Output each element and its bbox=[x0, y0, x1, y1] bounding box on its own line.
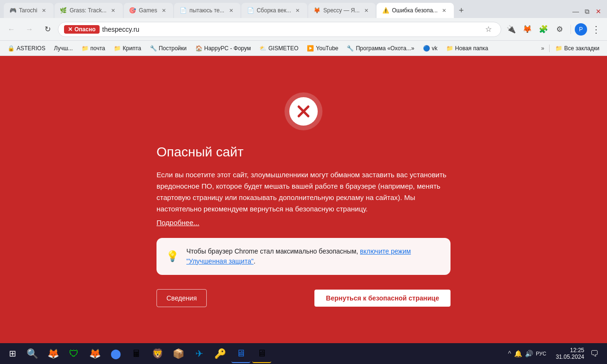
tab-close-tarochi[interactable]: ✕ bbox=[40, 7, 48, 14]
taskbar-fp[interactable]: 🔑 bbox=[211, 344, 230, 363]
clock-date: 31.05.2024 bbox=[556, 354, 584, 360]
taskbar: ⊞ 🔍 🦊 🛡 🦊 ⬤ 🖩 🦁 📦 ✈ 🔑 🖥 🖥 ^ 🔔 🔊 РУС 12:2… bbox=[0, 343, 607, 364]
bookmark-vk[interactable]: 🔵 vk bbox=[419, 43, 441, 54]
taskbar-calculator[interactable]: 🖩 bbox=[127, 344, 146, 363]
bookmark-label-kripta: Крипта bbox=[123, 45, 141, 52]
taskbar-edge[interactable]: 🦊 bbox=[44, 344, 63, 363]
bookmark-label-pochta: почта bbox=[91, 45, 105, 52]
tab-close-speccy[interactable]: ✕ bbox=[362, 7, 370, 14]
bookmark-asterios[interactable]: 🔒 ASTERIOS bbox=[4, 43, 49, 54]
bookmark-label-youtube: YouTube bbox=[316, 45, 338, 52]
extensions-mgr-btn[interactable]: ⚙ bbox=[552, 22, 567, 36]
youtube-icon: ▶️ bbox=[307, 45, 314, 52]
tab-favicon-tarochi: 🎮 bbox=[9, 7, 16, 14]
tab-close-error[interactable]: ✕ bbox=[441, 7, 448, 14]
clock-area[interactable]: 12:25 31.05.2024 bbox=[556, 347, 584, 360]
tip-text-after: . bbox=[254, 257, 256, 265]
bookmark-new-folder[interactable]: 📁 Новая папка bbox=[442, 43, 492, 54]
x-icon bbox=[295, 103, 312, 120]
tray-notification[interactable]: 🔔 bbox=[514, 350, 522, 357]
tab-games[interactable]: 🎯 Games ✕ bbox=[124, 3, 174, 18]
notification-button[interactable]: 🗨 bbox=[586, 345, 603, 362]
details-button[interactable]: Сведения bbox=[156, 289, 207, 307]
taskbar-search[interactable]: 🔍 bbox=[23, 344, 42, 363]
tray-volume[interactable]: 🔊 bbox=[525, 350, 533, 357]
tab-pytayus[interactable]: 📄 пытаюсь те... ✕ bbox=[174, 3, 240, 18]
address-bar[interactable]: ✕ Опасно thespeccy.ru ☆ bbox=[58, 22, 501, 37]
extensions-btn[interactable]: 🔌 bbox=[504, 22, 518, 36]
tab-label-speccy: Speccy — Я... bbox=[323, 7, 360, 14]
lightbulb-icon: 💡 bbox=[166, 250, 179, 263]
back-button[interactable]: ← bbox=[4, 22, 19, 37]
refresh-button[interactable]: ↻ bbox=[40, 22, 55, 37]
page-content: Опасный сайт Если вы посетите этот сайт,… bbox=[0, 56, 607, 343]
new-folder-icon: 📁 bbox=[446, 45, 453, 52]
danger-description: Если вы посетите этот сайт, злоумышленни… bbox=[156, 169, 451, 215]
toolbar-icons: 🔌 🦊 🧩 ⚙ P ⋮ bbox=[504, 22, 603, 36]
bookmark-postroyki[interactable]: 🔧 Постройки bbox=[146, 43, 191, 54]
restore-button[interactable]: ⧉ bbox=[582, 7, 592, 16]
tab-speccy[interactable]: 🦊 Speccy — Я... ✕ bbox=[308, 3, 376, 18]
tab-sborka[interactable]: 📄 Сборка век... ✕ bbox=[241, 3, 307, 18]
all-bookmarks-label: Все закладки bbox=[564, 45, 599, 52]
bookmark-label-gismeteo: GISMETEO bbox=[268, 45, 298, 52]
taskbar-tray: ^ 🔔 🔊 РУС bbox=[504, 350, 550, 357]
tab-favicon-sborka: 📄 bbox=[247, 7, 254, 14]
close-button[interactable]: ✕ bbox=[594, 7, 603, 16]
bookmark-luchsh[interactable]: Лучш... bbox=[50, 43, 77, 54]
tab-grass[interactable]: 🌿 Grass: Track... ✕ bbox=[55, 3, 123, 18]
vk-icon: 🔵 bbox=[423, 45, 430, 52]
tab-close-sborka[interactable]: ✕ bbox=[294, 7, 302, 14]
folder-icon: 📁 bbox=[555, 45, 562, 52]
taskbar-telegram[interactable]: ✈ bbox=[190, 344, 209, 363]
tab-error[interactable]: ⚠️ Ошибка безопа... ✕ bbox=[377, 3, 453, 18]
bookmark-label-luchsh: Лучш... bbox=[54, 45, 73, 52]
taskbar-kaspersky[interactable]: 🛡 bbox=[64, 344, 83, 363]
bookmark-kripta[interactable]: 📁 Крипта bbox=[110, 43, 145, 54]
fox-icon-btn[interactable]: 🦊 bbox=[520, 22, 534, 36]
tab-favicon-error: ⚠️ bbox=[382, 7, 389, 14]
tray-chevron[interactable]: ^ bbox=[508, 350, 511, 357]
bookmark-happypc[interactable]: 🏠 HappyPC - Форум bbox=[192, 43, 255, 54]
tab-label-sborka: Сборка век... bbox=[257, 7, 291, 14]
tab-tarochi[interactable]: 🎮 Tarochi ✕ bbox=[4, 3, 54, 18]
tab-close-games[interactable]: ✕ bbox=[160, 7, 167, 14]
more-link[interactable]: Подробнее... bbox=[156, 218, 199, 227]
kripta-icon: 📁 bbox=[114, 45, 121, 52]
tab-label-games: Games bbox=[139, 7, 157, 14]
profile-avatar[interactable]: P bbox=[575, 23, 587, 36]
bookmark-gismeteo[interactable]: ⛅ GISMETEO bbox=[256, 43, 302, 54]
taskbar-cube[interactable]: 📦 bbox=[169, 344, 188, 363]
toolbar-separator bbox=[570, 25, 571, 34]
bookmark-pochta[interactable]: 📁 почта bbox=[78, 43, 109, 54]
more-bookmarks-button[interactable]: » bbox=[538, 45, 547, 52]
url-text[interactable]: thespeccy.ru bbox=[102, 26, 479, 33]
minimize-button[interactable]: — bbox=[571, 7, 580, 16]
all-bookmarks-button[interactable]: 📁 Все закладки bbox=[552, 45, 603, 52]
bookmark-youtube[interactable]: ▶️ YouTube bbox=[303, 43, 342, 54]
okhota-icon: 🔧 bbox=[347, 45, 354, 52]
tray-lang[interactable]: РУС bbox=[536, 351, 546, 356]
taskbar-firefox[interactable]: 🦊 bbox=[85, 344, 104, 363]
bookmark-star-icon[interactable]: ☆ bbox=[482, 23, 495, 36]
bookmarks-separator bbox=[549, 45, 550, 52]
forward-button[interactable]: → bbox=[22, 22, 37, 37]
happypc-icon: 🏠 bbox=[195, 45, 202, 52]
safe-return-button[interactable]: Вернуться к безопасной странице bbox=[314, 290, 451, 307]
new-tab-button[interactable]: + bbox=[455, 4, 468, 17]
taskbar-active-1[interactable]: 🖥 bbox=[231, 344, 250, 363]
taskbar-brave[interactable]: 🦁 bbox=[148, 344, 167, 363]
clock-time: 12:25 bbox=[570, 347, 584, 354]
pochta-icon: 📁 bbox=[82, 45, 89, 52]
chrome-menu-button[interactable]: ⋮ bbox=[589, 22, 603, 36]
puzzle-icon-btn[interactable]: 🧩 bbox=[536, 22, 551, 36]
address-bar-row: ← → ↻ ✕ Опасно thespeccy.ru ☆ 🔌 🦊 🧩 ⚙ P … bbox=[0, 18, 607, 41]
taskbar-active-2[interactable]: 🖥 bbox=[252, 344, 271, 363]
start-button[interactable]: ⊞ bbox=[4, 345, 21, 362]
danger-label: Опасно bbox=[74, 26, 96, 33]
tab-close-grass[interactable]: ✕ bbox=[110, 7, 117, 14]
tab-favicon-speccy: 🦊 bbox=[314, 7, 321, 14]
tab-close-pytayus[interactable]: ✕ bbox=[227, 7, 235, 14]
taskbar-chrome[interactable]: ⬤ bbox=[106, 344, 125, 363]
bookmark-okhota[interactable]: 🔧 Программа «Охота...» bbox=[343, 43, 418, 54]
